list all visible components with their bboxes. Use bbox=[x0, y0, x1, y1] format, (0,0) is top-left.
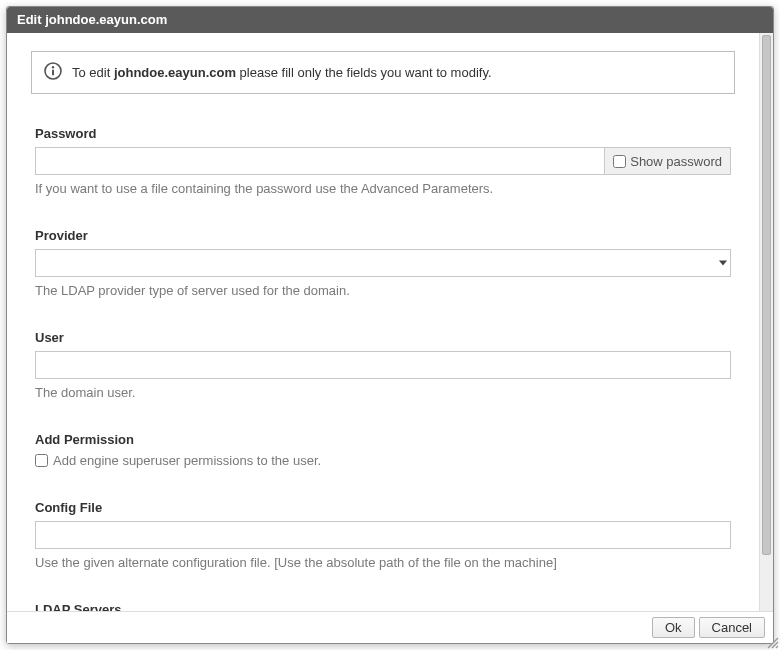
user-input[interactable] bbox=[35, 351, 731, 379]
dialog-content: To edit johndoe.eayun.com please fill on… bbox=[7, 33, 759, 611]
dialog-footer: Ok Cancel bbox=[7, 611, 773, 643]
section-ldap-servers: LDAP Servers bbox=[31, 602, 735, 611]
title-domain: johndoe.eayun.com bbox=[45, 12, 167, 27]
add-permission-text: Add engine superuser permissions to the … bbox=[53, 453, 321, 468]
ldap-servers-label: LDAP Servers bbox=[35, 602, 731, 611]
password-label: Password bbox=[35, 126, 731, 141]
show-password-label: Show password bbox=[630, 154, 722, 169]
password-row: Show password bbox=[35, 147, 731, 175]
config-file-label: Config File bbox=[35, 500, 731, 515]
add-permission-row[interactable]: Add engine superuser permissions to the … bbox=[35, 453, 731, 468]
info-domain: johndoe.eayun.com bbox=[114, 65, 236, 80]
provider-label: Provider bbox=[35, 228, 731, 243]
config-file-help: Use the given alternate configuration fi… bbox=[35, 555, 731, 570]
password-help: If you want to use a file containing the… bbox=[35, 181, 731, 196]
section-add-permission: Add Permission Add engine superuser perm… bbox=[31, 432, 735, 468]
add-permission-label: Add Permission bbox=[35, 432, 731, 447]
user-help: The domain user. bbox=[35, 385, 731, 400]
content-wrap: To edit johndoe.eayun.com please fill on… bbox=[7, 33, 773, 611]
section-user: User The domain user. bbox=[31, 330, 735, 400]
config-file-input[interactable] bbox=[35, 521, 731, 549]
svg-line-5 bbox=[776, 646, 778, 648]
info-text: To edit johndoe.eayun.com please fill on… bbox=[72, 65, 492, 80]
scrollbar-thumb[interactable] bbox=[762, 35, 771, 555]
section-config-file: Config File Use the given alternate conf… bbox=[31, 500, 735, 570]
svg-point-1 bbox=[52, 66, 54, 68]
title-prefix: Edit bbox=[17, 12, 45, 27]
info-icon bbox=[44, 62, 62, 83]
password-input[interactable] bbox=[35, 147, 605, 175]
dialog-titlebar: Edit johndoe.eayun.com bbox=[7, 7, 773, 33]
show-password-checkbox[interactable] bbox=[613, 155, 626, 168]
cancel-button[interactable]: Cancel bbox=[699, 617, 765, 638]
ok-button[interactable]: Ok bbox=[652, 617, 695, 638]
section-provider: Provider The LDAP provider type of serve… bbox=[31, 228, 735, 298]
vertical-scrollbar[interactable] bbox=[759, 33, 773, 611]
add-permission-checkbox[interactable] bbox=[35, 454, 48, 467]
svg-rect-2 bbox=[52, 70, 54, 76]
section-password: Password Show password If you want to us… bbox=[31, 126, 735, 196]
edit-domain-dialog: Edit johndoe.eayun.com To edit johndoe.e… bbox=[6, 6, 774, 644]
provider-help: The LDAP provider type of server used fo… bbox=[35, 283, 731, 298]
info-pre: To edit bbox=[72, 65, 114, 80]
user-label: User bbox=[35, 330, 731, 345]
show-password-toggle[interactable]: Show password bbox=[605, 147, 731, 175]
info-banner: To edit johndoe.eayun.com please fill on… bbox=[31, 51, 735, 94]
info-post: please fill only the fields you want to … bbox=[236, 65, 492, 80]
provider-select-wrap bbox=[35, 249, 731, 277]
provider-select[interactable] bbox=[35, 249, 731, 277]
